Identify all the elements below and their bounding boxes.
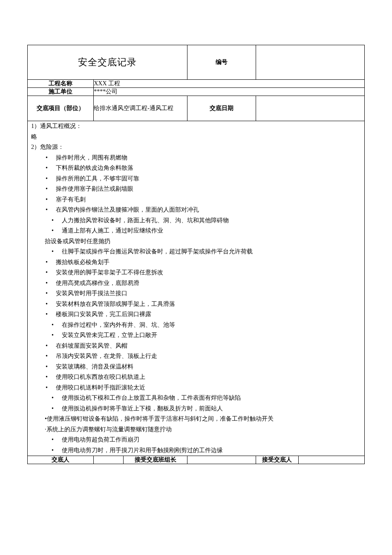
page: 安全交底记录 编号 工程名称 XXX 工程 施工单位 ****公司 交底项目（部… xyxy=(0,0,392,481)
list-item: 使用电动剪超负荷工作而崩刃 xyxy=(28,435,364,445)
section-overview-heading: 1）通风工程概况： xyxy=(28,121,364,132)
inset-line: 抬设备或风管时任意抛扔 xyxy=(28,236,364,247)
hazard-list-a: 操作时用火，周围有易燃物 下料所裁的铁皮边角余料散落 操作所用的工具，不够牢固可… xyxy=(28,153,364,236)
list-item: 使用扳边机下模和工作台上放置工具和杂物，工件表面有焊疤等缺陷 xyxy=(28,393,364,404)
body-cell: 1）通风工程概况： 略 2）危险源： 操作时用火，周围有易燃物 下料所裁的铁皮边… xyxy=(28,121,365,456)
list-item: 在风管内操作铆法兰及腰箍冲眼，里面的人面部对冲孔 xyxy=(28,205,364,215)
body-row: 1）通风工程概况： 略 2）危险源： 操作时用火，周围有易燃物 下料所裁的铁皮边… xyxy=(28,121,365,456)
list-item: 通道上部有人施工，通过时应继续作业 xyxy=(28,226,364,236)
item-row: 交底项目（部位） 给排水通风空调工程-通风工程 交底日期 xyxy=(28,96,365,121)
project-row: 工程名称 XXX 工程 xyxy=(28,80,365,88)
date-value xyxy=(256,96,364,121)
document-title: 安全交底记录 xyxy=(78,57,137,67)
unit-value: ****公司 xyxy=(94,88,365,96)
code-label: 编号 xyxy=(187,45,256,80)
list-item: 安装风管时用手摸法兰接口 xyxy=(28,288,364,299)
hazard-list-b: 往脚手架或操作平台搬运风管和设备时，超过脚手架或操作平台允许荷载 搬抬铁板必棱角… xyxy=(28,247,364,414)
list-item: 安装使用的脚手架非架子工不得任意拆改 xyxy=(28,267,364,278)
list-item: 楼板洞口安装风管，完工后洞口裸露 xyxy=(28,309,364,320)
inset-line: ·系统上的压力调整螺钉与流量调整螺钉随意拧动 xyxy=(28,424,364,435)
list-item: 搬抬铁板必棱角划手 xyxy=(28,257,364,268)
list-item: 塞子有毛刺 xyxy=(28,195,364,205)
list-item: 往脚手架或操作平台搬运风管和设备时，超过脚手架或操作平台允许荷载 xyxy=(28,247,364,257)
list-item: 操作时用火，周围有易燃物 xyxy=(28,153,364,163)
list-item: 操作所用的工具，不够牢固可靠 xyxy=(28,174,364,184)
unit-label: 施工单位 xyxy=(28,88,94,96)
hazard-list-c: 使用电动剪超负荷工作而崩刃 使用电动剪刀时，用手摸刀片和用手触摸刚刚剪过的工件边… xyxy=(28,435,364,456)
footer-row: 交底人 接受交底班组长 接受交底人 xyxy=(28,456,365,464)
project-label: 工程名称 xyxy=(28,80,94,88)
list-item: 人力搬抬风管和设备时，路面上有孔、洞、沟、坑和其他障碍物 xyxy=(28,215,364,226)
list-item: 使用咬口机送料时手指距滚轮太近 xyxy=(28,383,364,393)
leader-value xyxy=(187,456,256,464)
section-overview-text: 略 xyxy=(28,132,364,142)
list-item: 使用咬口机东西放在咬口机轨道上 xyxy=(28,372,364,383)
list-item: 下料所裁的铁皮边角余料散落 xyxy=(28,163,364,174)
list-item: 使用电动剪刀时，用手摸刀片和用手触摸刚刚剪过的工件边缘 xyxy=(28,445,364,456)
list-item: 安装玻璃棉、消音及保温材料 xyxy=(28,362,364,372)
inset-line: •使用液压铆钉钳设备有缺陷，操作时将手置于活塞杆与斜钉之间，准备工作时触动开关 xyxy=(28,414,364,424)
item-label: 交底项目（部位） xyxy=(28,96,94,121)
code-value xyxy=(256,45,364,80)
title-cell: 安全交底记录 xyxy=(28,45,187,80)
list-item: 安装材料放在风管顶部或脚手架上，工具滑落 xyxy=(28,299,364,310)
unit-row: 施工单位 ****公司 xyxy=(28,88,365,96)
body-content: 1）通风工程概况： 略 2）危险源： 操作时用火，周围有易燃物 下料所裁的铁皮边… xyxy=(28,121,364,456)
list-item: 使用高凳或高梯作业，底部易滑 xyxy=(28,278,364,289)
list-item: 操作使用塞子剔法兰或剔墙眼 xyxy=(28,184,364,195)
section-hazards-heading: 2）危险源： xyxy=(28,142,364,153)
list-item: 在操作过程中，室内外有井、洞、坑、池等 xyxy=(28,320,364,331)
receiver-value xyxy=(298,456,364,464)
list-item: 安装立风管未完工程，立管上口敞开 xyxy=(28,330,364,341)
sender-label: 交底人 xyxy=(28,456,94,464)
leader-label: 接受交底班组长 xyxy=(124,456,187,464)
project-value: XXX 工程 xyxy=(94,80,365,88)
list-item: 吊顶内安装风管，在龙骨、顶板上行走 xyxy=(28,351,364,362)
date-label: 交底日期 xyxy=(187,96,256,121)
title-row: 安全交底记录 编号 xyxy=(28,45,365,80)
list-item: 在斜坡屋面安装风管、风帽 xyxy=(28,341,364,352)
item-value: 给排水通风空调工程-通风工程 xyxy=(94,96,187,121)
receiver-label: 接受交底人 xyxy=(256,456,298,464)
record-table: 安全交底记录 编号 工程名称 XXX 工程 施工单位 ****公司 交底项目（部… xyxy=(27,45,365,464)
list-item: 使用扳边机操作时将手靠近上下模，翻板及折方时，前面站人 xyxy=(28,404,364,414)
sender-value xyxy=(94,456,124,464)
